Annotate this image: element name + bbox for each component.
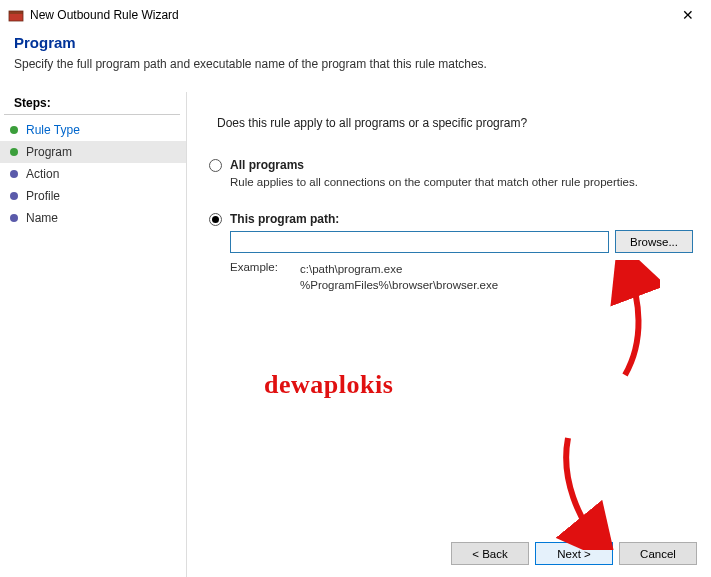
page-subtitle: Specify the full program path and execut… [14, 57, 697, 71]
close-button[interactable]: ✕ [673, 7, 703, 23]
cancel-button[interactable]: Cancel [619, 542, 697, 565]
step-label: Program [26, 145, 72, 159]
step-label: Action [26, 167, 59, 181]
step-label: Rule Type [26, 123, 80, 137]
browse-button[interactable]: Browse... [615, 230, 693, 253]
radio-all-programs[interactable]: All programs [209, 158, 693, 172]
watermark-text: dewaplokis [264, 370, 393, 400]
step-label: Profile [26, 189, 60, 203]
step-action[interactable]: Action [0, 163, 186, 185]
page-title: Program [14, 34, 697, 51]
example-values: c:\path\program.exe %ProgramFiles%\brows… [300, 261, 498, 293]
next-button[interactable]: Next > [535, 542, 613, 565]
radio-all-desc: Rule applies to all connections on the c… [230, 176, 693, 188]
step-name[interactable]: Name [0, 207, 186, 229]
step-rule-type[interactable]: Rule Type [0, 119, 186, 141]
radio-this-program-path[interactable]: This program path: [209, 212, 693, 226]
radio-circle-icon [209, 213, 222, 226]
steps-sidebar: Steps: Rule Type Program Action Profile … [0, 92, 186, 577]
back-button[interactable]: < Back [451, 542, 529, 565]
step-program[interactable]: Program [0, 141, 186, 163]
firewall-icon [8, 7, 24, 23]
step-profile[interactable]: Profile [0, 185, 186, 207]
program-path-input[interactable] [230, 231, 609, 253]
radio-circle-icon [209, 159, 222, 172]
example-label: Example: [230, 261, 300, 293]
step-label: Name [26, 211, 58, 225]
question-text: Does this rule apply to all programs or … [217, 116, 693, 130]
steps-heading: Steps: [4, 92, 180, 115]
window-title: New Outbound Rule Wizard [30, 8, 673, 22]
radio-path-label: This program path: [230, 212, 339, 226]
svg-rect-1 [9, 11, 23, 14]
radio-all-label: All programs [230, 158, 304, 172]
